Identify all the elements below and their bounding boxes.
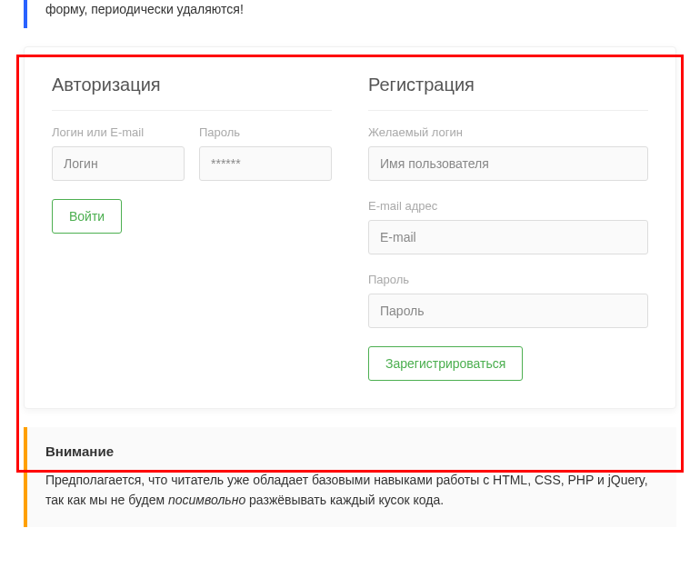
register-email-input[interactable] [368, 220, 648, 254]
register-password-label: Пароль [368, 273, 648, 286]
auth-login-input[interactable] [52, 146, 185, 181]
auth-login-label: Логин или E-mail [52, 125, 185, 139]
warning-notice: Внимание Предполагается, что читатель уж… [24, 427, 676, 527]
register-email-label: E-mail адрес [368, 199, 648, 213]
auth-register-card: Авторизация Логин или E-mail Пароль Войт… [24, 46, 676, 409]
top-notice: форму, периодически удаляются! [24, 0, 676, 28]
auth-column: Авторизация Логин или E-mail Пароль Войт… [52, 75, 332, 381]
warning-text: Предполагается, что читатель уже обладае… [45, 470, 658, 511]
auth-password-label: Пароль [199, 125, 332, 139]
warning-title: Внимание [45, 443, 658, 459]
register-column: Регистрация Желаемый логин E-mail адрес … [368, 75, 648, 381]
top-notice-text: форму, периодически удаляются! [45, 2, 244, 16]
warning-text-after: разжёвывать каждый кусок кода. [245, 493, 444, 507]
register-button[interactable]: Зарегистрироваться [368, 346, 523, 381]
register-login-label: Желаемый логин [368, 125, 648, 139]
login-button[interactable]: Войти [52, 199, 122, 234]
register-login-input[interactable] [368, 146, 648, 181]
auth-title: Авторизация [52, 75, 332, 111]
warning-text-italic: посимвольно [168, 493, 245, 507]
auth-password-input[interactable] [199, 146, 332, 181]
register-password-input[interactable] [368, 294, 648, 328]
register-title: Регистрация [368, 75, 648, 111]
